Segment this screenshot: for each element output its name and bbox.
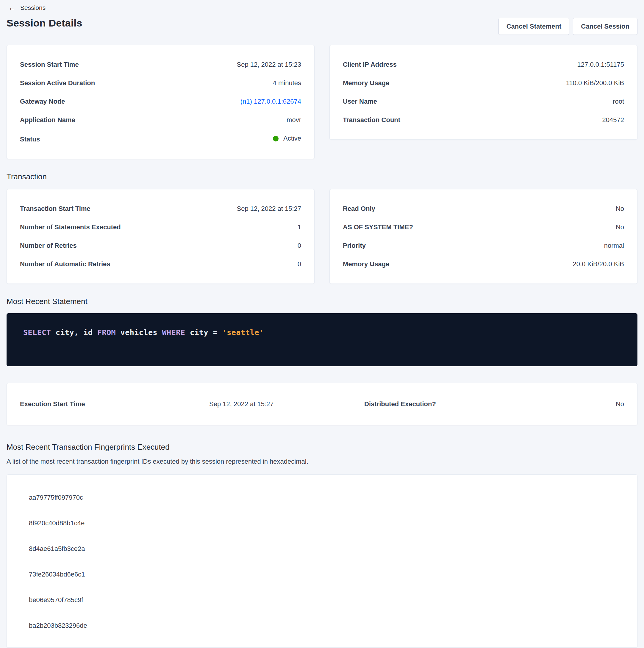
header-actions: Cancel Statement Cancel Session — [499, 18, 637, 35]
row-distributed-execution: Distributed Execution? No — [364, 400, 624, 408]
transaction-stats-card: Transaction Start Time Sep 12, 2022 at 1… — [7, 189, 314, 284]
transaction-memory-usage-value: 20.0 KiB/20.0 KiB — [573, 260, 624, 269]
automatic-retries-label: Number of Automatic Retries — [20, 260, 110, 269]
status-badge: Active — [273, 134, 301, 143]
page-header: Session Details Cancel Statement Cancel … — [7, 17, 637, 35]
sql-statement: SELECT city, id FROM vehicles WHERE city… — [23, 328, 621, 337]
fingerprints-description: A list of the most recent transaction fi… — [7, 457, 637, 466]
most-recent-statement-heading: Most Recent Statement — [7, 297, 637, 306]
fingerprints-section-heading: Most Recent Transaction Fingerprints Exe… — [7, 442, 637, 452]
statements-executed-label: Number of Statements Executed — [20, 223, 121, 232]
application-name-value: movr — [287, 115, 301, 124]
row-execution-start-time: Execution Start Time Sep 12, 2022 at 15:… — [20, 400, 274, 408]
row-transaction-start-time: Transaction Start Time Sep 12, 2022 at 1… — [20, 204, 301, 213]
session-info-card: Session Start Time Sep 12, 2022 at 15:23… — [7, 45, 314, 159]
row-session-memory-usage: Memory Usage 110.0 KiB/200.0 KiB — [343, 78, 624, 88]
statements-executed-value: 1 — [298, 223, 301, 232]
row-read-only: Read Only No — [343, 204, 624, 213]
breadcrumb-label: Sessions — [20, 4, 46, 11]
number-of-retries-label: Number of Retries — [20, 241, 77, 250]
session-start-time-label: Session Start Time — [20, 60, 79, 69]
transaction-section-heading: Transaction — [7, 172, 637, 181]
client-ip-value: 127.0.0.1:51175 — [577, 60, 624, 69]
session-memory-usage-value: 110.0 KiB/200.0 KiB — [566, 78, 624, 88]
fingerprints-list-card: aa79775ff097970c 8f920c40d88b1c4e 8d4ae6… — [7, 474, 637, 648]
row-automatic-retries: Number of Automatic Retries 0 — [20, 260, 301, 269]
sql-keyword-where: WHERE — [162, 328, 185, 337]
page-title: Session Details — [7, 17, 82, 29]
row-session-start-time: Session Start Time Sep 12, 2022 at 15:23 — [20, 60, 301, 69]
status-value: Active — [283, 134, 301, 143]
session-start-time-value: Sep 12, 2022 at 15:23 — [237, 60, 301, 69]
row-statements-executed: Number of Statements Executed 1 — [20, 223, 301, 232]
row-priority: Priority normal — [343, 241, 624, 250]
sql-condition: city = — [185, 328, 222, 337]
user-name-label: User Name — [343, 97, 377, 106]
gateway-node-link[interactable]: (n1) 127.0.0.1:62674 — [240, 97, 301, 106]
fingerprint-list-item: 8f920c40d88b1c4e — [29, 510, 624, 536]
priority-label: Priority — [343, 241, 366, 250]
session-summary-row: Session Start Time Sep 12, 2022 at 15:23… — [7, 45, 637, 159]
row-user-name: User Name root — [343, 97, 624, 106]
status-active-dot-icon — [273, 136, 279, 142]
fingerprint-list-item: 73fe26034bd6e6c1 — [29, 562, 624, 587]
session-memory-usage-label: Memory Usage — [343, 78, 390, 88]
row-client-ip: Client IP Address 127.0.0.1:51175 — [343, 60, 624, 69]
priority-value: normal — [604, 241, 624, 250]
sql-columns: city, id — [51, 328, 97, 337]
row-number-of-retries: Number of Retries 0 — [20, 241, 301, 250]
row-application-name: Application Name movr — [20, 115, 301, 124]
sql-keyword-from: FROM — [97, 328, 116, 337]
transaction-start-time-value: Sep 12, 2022 at 15:27 — [237, 204, 301, 213]
row-gateway-node: Gateway Node (n1) 127.0.0.1:62674 — [20, 97, 301, 106]
status-label: Status — [20, 135, 40, 144]
sql-keyword-select: SELECT — [23, 328, 51, 337]
transaction-memory-usage-label: Memory Usage — [343, 260, 390, 269]
as-of-system-time-label: AS OF SYSTEM TIME? — [343, 223, 413, 232]
application-name-label: Application Name — [20, 115, 75, 124]
row-status: Status Active — [20, 134, 301, 144]
session-details-page: ← Sessions Session Details Cancel Statem… — [0, 0, 644, 648]
fingerprint-list-item: 8d4ae61a5fb3ce2a — [29, 536, 624, 562]
automatic-retries-value: 0 — [298, 260, 301, 269]
client-info-card: Client IP Address 127.0.0.1:51175 Memory… — [330, 45, 637, 140]
row-transaction-memory-usage: Memory Usage 20.0 KiB/20.0 KiB — [343, 260, 624, 269]
sql-statement-box: SELECT city, id FROM vehicles WHERE city… — [7, 313, 637, 366]
row-as-of-system-time: AS OF SYSTEM TIME? No — [343, 223, 624, 232]
transaction-start-time-label: Transaction Start Time — [20, 204, 91, 213]
sql-string-literal: 'seattle' — [222, 328, 264, 337]
read-only-value: No — [616, 204, 624, 213]
session-active-duration-value: 4 minutes — [273, 78, 301, 88]
breadcrumb-back-sessions[interactable]: ← Sessions — [7, 3, 47, 12]
row-session-active-duration: Session Active Duration 4 minutes — [20, 78, 301, 88]
row-transaction-count: Transaction Count 204572 — [343, 115, 624, 124]
transaction-count-value: 204572 — [602, 115, 624, 124]
fingerprint-list-item: aa79775ff097970c — [29, 485, 624, 510]
session-active-duration-label: Session Active Duration — [20, 78, 95, 88]
as-of-system-time-value: No — [616, 223, 624, 232]
user-name-value: root — [613, 97, 624, 106]
execution-info-card: Execution Start Time Sep 12, 2022 at 15:… — [7, 383, 637, 425]
transaction-count-label: Transaction Count — [343, 115, 400, 124]
distributed-execution-value: No — [616, 400, 624, 408]
cancel-statement-button[interactable]: Cancel Statement — [499, 18, 570, 35]
sql-table: vehicles — [116, 328, 162, 337]
execution-start-time-label: Execution Start Time — [20, 400, 85, 408]
execution-start-time-value: Sep 12, 2022 at 15:27 — [209, 400, 274, 408]
read-only-label: Read Only — [343, 204, 375, 213]
arrow-left-icon: ← — [8, 4, 15, 11]
cancel-session-button[interactable]: Cancel Session — [573, 18, 637, 35]
number-of-retries-value: 0 — [298, 241, 301, 250]
fingerprint-list-item: ba2b203b823296de — [29, 613, 624, 639]
transaction-cards-row: Transaction Start Time Sep 12, 2022 at 1… — [7, 189, 637, 284]
client-ip-label: Client IP Address — [343, 60, 397, 69]
distributed-execution-label: Distributed Execution? — [364, 400, 436, 408]
gateway-node-label: Gateway Node — [20, 97, 65, 106]
fingerprint-list-item: be06e9570f785c9f — [29, 587, 624, 613]
transaction-props-card: Read Only No AS OF SYSTEM TIME? No Prior… — [330, 189, 637, 284]
